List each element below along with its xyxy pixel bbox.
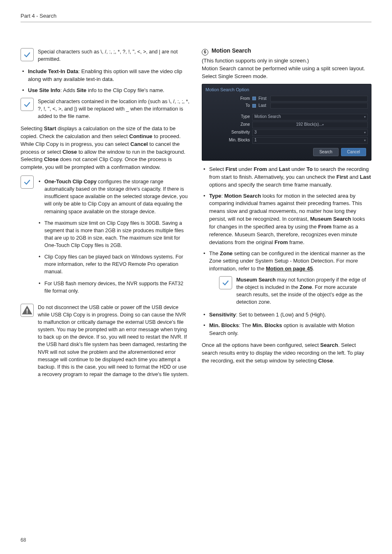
list-item: Min. Blocks: The Min. Blocks option is a… <box>202 322 371 337</box>
sensitivity-dropdown[interactable]: 3 <box>252 129 368 136</box>
list-item: Clip Copy files can be played back on Wi… <box>38 253 190 275</box>
warning-icon <box>21 304 34 317</box>
type-label: Type <box>226 114 250 120</box>
last-checkbox[interactable] <box>252 104 256 108</box>
search-button[interactable]: Search <box>313 148 339 157</box>
list-item: Type: Motion Search looks for motion in … <box>202 192 371 247</box>
list-item: The Zone setting can be configured in th… <box>202 250 371 273</box>
note-text: Special characters contained in the loca… <box>38 98 190 120</box>
section-heading: 6 Motion Search <box>202 46 371 55</box>
content-columns: Special characters such as \, /, :, ;, *… <box>21 45 371 383</box>
motion-search-screenshot: Motion Search Option From First To Last … <box>202 84 371 161</box>
intro-line-2: Motion Search cannot be performed while … <box>202 65 371 81</box>
cancel-button[interactable]: Cancel <box>341 148 366 157</box>
intro-line-1: (This function supports only in single s… <box>202 57 371 65</box>
note-special-chars-1: Special characters such as \, /, :, ;, *… <box>21 48 190 63</box>
section-title: Motion Search <box>212 47 251 54</box>
check-icon <box>219 276 232 289</box>
link-motion-page-45[interactable]: Motion on page 45 <box>266 265 313 272</box>
zone-label: Zone <box>226 122 250 128</box>
from-field[interactable] <box>270 96 368 102</box>
section-number: 6 <box>202 49 208 55</box>
to-field[interactable] <box>270 103 368 108</box>
left-column: Special characters such as \, /, :, ;, *… <box>21 45 190 383</box>
min-blocks-label: Min. Blocks <box>226 137 250 143</box>
type-dropdown[interactable]: Motion Search <box>252 114 368 120</box>
from-label: From <box>226 96 250 102</box>
first-checkbox[interactable] <box>252 97 256 100</box>
svg-rect-0 <box>27 309 28 312</box>
to-label: To <box>226 103 250 109</box>
first-label: First <box>258 96 266 102</box>
page-header: Part 4 - Search <box>21 12 371 22</box>
note-text: One-Touch Clip Copy configures the stora… <box>38 175 190 299</box>
page-number: 68 <box>21 537 26 544</box>
check-icon <box>21 175 34 189</box>
sensitivity-label: Sensitivity <box>226 129 250 136</box>
note-text: Museum Search may not function properly … <box>236 276 371 306</box>
list-item: Select First under From and Last under T… <box>202 166 371 189</box>
note-special-chars-2: Special characters contained in the loca… <box>21 98 190 120</box>
motion-search-options-list-2: Sensitivity: Set to between 1 (Low) and … <box>202 311 371 338</box>
last-label: Last <box>258 103 266 109</box>
paragraph-search-close: Once all the options have been configure… <box>202 342 371 365</box>
check-icon <box>21 48 34 61</box>
note-text: Do not disconnect the USB cable or power… <box>38 304 190 378</box>
zone-dropdown[interactable]: 192 Block(s)... <box>252 122 368 128</box>
min-blocks-dropdown[interactable]: 1 <box>252 137 368 144</box>
note-one-touch: One-Touch Clip Copy configures the stora… <box>21 175 190 299</box>
paragraph-start: Selecting Start displays a calculation o… <box>21 125 190 171</box>
list-item: The maximum size limit on Clip Copy file… <box>38 219 190 249</box>
list-item: Sensitivity: Set to between 1 (Low) and … <box>202 311 371 319</box>
list-item: Include Text-In Data: Enabling this opti… <box>21 68 190 83</box>
list-item: For USB flash memory devices, the NVR su… <box>38 280 190 295</box>
check-icon <box>21 98 34 111</box>
options-list-1: Include Text-In Data: Enabling this opti… <box>21 68 190 95</box>
warning-usb: Do not disconnect the USB cable or power… <box>21 304 190 378</box>
note-text: Special characters such as \, /, :, ;, *… <box>38 48 190 63</box>
list-item: Use Site Info: Adds Site info to the Cli… <box>21 87 190 95</box>
right-column: 6 Motion Search (This function supports … <box>202 45 371 383</box>
dialog-title: Motion Search Option <box>205 87 368 93</box>
list-item: One-Touch Clip Copy configures the stora… <box>38 178 190 215</box>
motion-search-options-list: Select First under From and Last under T… <box>202 166 371 273</box>
note-museum-search: Museum Search may not function properly … <box>202 276 371 306</box>
svg-rect-1 <box>27 312 28 314</box>
